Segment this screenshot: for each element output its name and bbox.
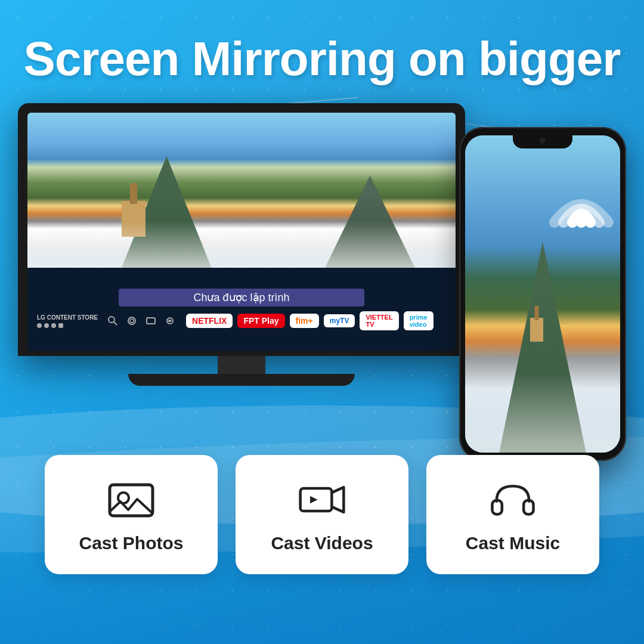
- features-row: Cast Photos Cast Videos: [45, 455, 599, 574]
- tv-frame: Chưa được lập trình LG CONTENT STORE: [18, 103, 465, 356]
- photo-icon: [107, 476, 155, 524]
- svg-rect-4: [147, 318, 155, 324]
- svg-rect-7: [110, 485, 153, 516]
- svg-point-2: [128, 317, 135, 324]
- fimt-app: fim+: [290, 314, 319, 328]
- cast-music-card: Cast Music: [426, 455, 599, 574]
- svg-point-0: [109, 317, 114, 323]
- fpt-play-app: FPT Play: [237, 314, 284, 328]
- music-icon: [489, 476, 537, 524]
- tv-bottom-bar: Chưa được lập trình LG CONTENT STORE: [27, 268, 456, 351]
- phone-camera: [540, 138, 546, 144]
- tv-notification: Chưa được lập trình: [119, 289, 364, 306]
- cast-videos-label: Cast Videos: [271, 533, 373, 553]
- fog-overlay: [27, 221, 456, 268]
- tv-apps-row: LG CONTENT STORE: [37, 311, 446, 330]
- svg-point-3: [130, 319, 134, 323]
- cast-music-label: Cast Music: [466, 533, 560, 553]
- tv-stand-neck: [218, 356, 265, 374]
- devices-section: Chưa được lập trình LG CONTENT STORE: [0, 91, 644, 443]
- phone-church: [530, 318, 543, 342]
- phone-fog: [465, 373, 620, 453]
- viettel-app: VIETTELTV: [360, 311, 398, 330]
- video-icon: [298, 476, 346, 524]
- tv-nav-icons: [107, 315, 175, 326]
- cast-wifi-icon: [543, 169, 620, 231]
- page-title: Screen Mirroring on bigger: [24, 33, 621, 85]
- tv-content-store-label: LG CONTENT STORE: [37, 314, 98, 328]
- netflix-app: NETFLIX: [186, 314, 233, 328]
- svg-line-1: [114, 322, 117, 325]
- page-content: Screen Mirroring on bigger Chưa được lập…: [0, 0, 644, 644]
- svg-point-6: [576, 217, 587, 228]
- cast-photos-card: Cast Photos: [45, 455, 218, 574]
- tv-landscape-image: [27, 113, 456, 268]
- prime-video-app: primevideo: [404, 311, 434, 330]
- tv-stand-base: [128, 374, 355, 386]
- cast-photos-label: Cast Photos: [79, 533, 183, 553]
- tv-screen: Chưa được lập trình LG CONTENT STORE: [27, 113, 456, 351]
- mytv-app: myTV: [324, 314, 355, 327]
- cast-videos-card: Cast Videos: [236, 455, 408, 574]
- tv-device: Chưa được lập trình LG CONTENT STORE: [18, 103, 465, 386]
